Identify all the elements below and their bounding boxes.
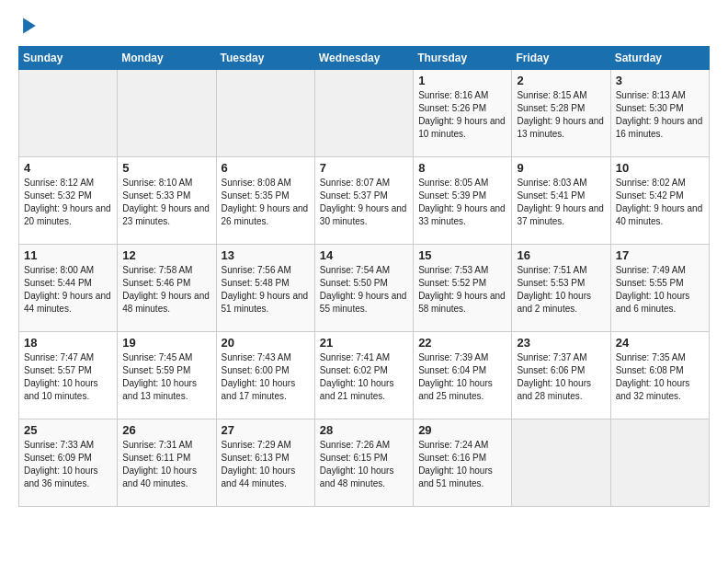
day-info: Sunrise: 7:47 AMSunset: 5:57 PMDaylight:… xyxy=(24,352,98,401)
calendar-day: 14 Sunrise: 7:54 AMSunset: 5:50 PMDaylig… xyxy=(314,245,413,332)
day-info: Sunrise: 8:12 AMSunset: 5:32 PMDaylight:… xyxy=(24,178,111,226)
day-number: 2 xyxy=(517,74,605,87)
day-number: 8 xyxy=(418,161,506,175)
svg-marker-0 xyxy=(23,17,36,33)
calendar-day: 18 Sunrise: 7:47 AMSunset: 5:57 PMDaylig… xyxy=(19,332,118,419)
calendar-day: 11 Sunrise: 8:00 AMSunset: 5:44 PMDaylig… xyxy=(19,245,118,332)
day-number: 20 xyxy=(222,336,310,350)
day-number: 7 xyxy=(320,161,408,175)
day-number: 21 xyxy=(320,336,408,350)
day-info: Sunrise: 7:35 AMSunset: 6:08 PMDaylight:… xyxy=(616,352,690,401)
day-number: 13 xyxy=(222,248,310,262)
day-info: Sunrise: 7:37 AMSunset: 6:06 PMDaylight:… xyxy=(517,352,591,401)
calendar-header: SundayMondayTuesdayWednesdayThursdayFrid… xyxy=(19,47,710,70)
day-info: Sunrise: 7:24 AMSunset: 6:16 PMDaylight:… xyxy=(418,440,493,488)
calendar-day xyxy=(216,70,314,157)
logo-icon xyxy=(18,15,40,37)
day-info: Sunrise: 7:29 AMSunset: 6:13 PMDaylight:… xyxy=(222,440,296,488)
calendar-day: 27 Sunrise: 7:29 AMSunset: 6:13 PMDaylig… xyxy=(216,419,314,507)
calendar-week-2: 4 Sunrise: 8:12 AMSunset: 5:32 PMDayligh… xyxy=(19,157,710,245)
day-info: Sunrise: 8:16 AMSunset: 5:26 PMDaylight:… xyxy=(418,90,506,139)
day-info: Sunrise: 7:45 AMSunset: 5:59 PMDaylight:… xyxy=(122,352,197,401)
day-number: 19 xyxy=(122,336,210,350)
day-info: Sunrise: 8:08 AMSunset: 5:35 PMDaylight:… xyxy=(222,178,309,226)
calendar-day: 19 Sunrise: 7:45 AMSunset: 5:59 PMDaylig… xyxy=(118,332,216,419)
day-info: Sunrise: 7:54 AMSunset: 5:50 PMDaylight:… xyxy=(320,265,407,314)
day-number: 4 xyxy=(24,161,112,175)
calendar-day: 25 Sunrise: 7:33 AMSunset: 6:09 PMDaylig… xyxy=(19,419,118,507)
calendar-day xyxy=(19,70,118,157)
header-day-wednesday: Wednesday xyxy=(314,47,413,70)
header-day-saturday: Saturday xyxy=(610,47,709,70)
calendar-day: 6 Sunrise: 8:08 AMSunset: 5:35 PMDayligh… xyxy=(216,157,314,245)
day-number: 25 xyxy=(24,423,112,437)
calendar-day: 28 Sunrise: 7:26 AMSunset: 6:15 PMDaylig… xyxy=(314,419,413,507)
day-number: 22 xyxy=(418,336,506,350)
day-number: 16 xyxy=(517,248,605,262)
calendar-day: 2 Sunrise: 8:15 AMSunset: 5:28 PMDayligh… xyxy=(512,70,610,157)
calendar-day: 26 Sunrise: 7:31 AMSunset: 6:11 PMDaylig… xyxy=(118,419,216,507)
calendar-week-5: 25 Sunrise: 7:33 AMSunset: 6:09 PMDaylig… xyxy=(19,419,710,507)
header-day-tuesday: Tuesday xyxy=(216,47,314,70)
calendar-day: 20 Sunrise: 7:43 AMSunset: 6:00 PMDaylig… xyxy=(216,332,314,419)
day-number: 14 xyxy=(320,248,408,262)
day-number: 24 xyxy=(616,336,704,350)
calendar-day xyxy=(610,419,709,507)
calendar-day xyxy=(314,70,413,157)
day-info: Sunrise: 7:53 AMSunset: 5:52 PMDaylight:… xyxy=(418,265,506,314)
calendar-day: 16 Sunrise: 7:51 AMSunset: 5:53 PMDaylig… xyxy=(512,245,610,332)
day-number: 10 xyxy=(616,161,704,175)
day-number: 26 xyxy=(122,423,210,437)
day-number: 27 xyxy=(222,423,310,437)
day-info: Sunrise: 8:02 AMSunset: 5:42 PMDaylight:… xyxy=(616,178,703,226)
calendar-day: 22 Sunrise: 7:39 AMSunset: 6:04 PMDaylig… xyxy=(414,332,512,419)
calendar-day: 17 Sunrise: 7:49 AMSunset: 5:55 PMDaylig… xyxy=(610,245,709,332)
day-info: Sunrise: 8:13 AMSunset: 5:30 PMDaylight:… xyxy=(616,90,703,139)
calendar-day: 5 Sunrise: 8:10 AMSunset: 5:33 PMDayligh… xyxy=(118,157,216,245)
calendar-body: 1 Sunrise: 8:16 AMSunset: 5:26 PMDayligh… xyxy=(19,70,710,507)
day-info: Sunrise: 7:26 AMSunset: 6:15 PMDaylight:… xyxy=(320,440,394,488)
day-number: 29 xyxy=(418,423,506,437)
calendar-day: 4 Sunrise: 8:12 AMSunset: 5:32 PMDayligh… xyxy=(19,157,118,245)
day-number: 5 xyxy=(122,161,210,175)
calendar-table: SundayMondayTuesdayWednesdayThursdayFrid… xyxy=(18,46,710,507)
day-number: 6 xyxy=(222,161,310,175)
header-day-monday: Monday xyxy=(118,47,216,70)
day-info: Sunrise: 7:33 AMSunset: 6:09 PMDaylight:… xyxy=(24,440,98,488)
day-number: 9 xyxy=(517,161,605,175)
calendar-day: 15 Sunrise: 7:53 AMSunset: 5:52 PMDaylig… xyxy=(414,245,512,332)
day-info: Sunrise: 8:10 AMSunset: 5:33 PMDaylight:… xyxy=(122,178,210,226)
calendar-week-3: 11 Sunrise: 8:00 AMSunset: 5:44 PMDaylig… xyxy=(19,245,710,332)
day-number: 15 xyxy=(418,248,506,262)
day-info: Sunrise: 8:05 AMSunset: 5:39 PMDaylight:… xyxy=(418,178,506,226)
calendar-day: 12 Sunrise: 7:58 AMSunset: 5:46 PMDaylig… xyxy=(118,245,216,332)
calendar-day: 21 Sunrise: 7:41 AMSunset: 6:02 PMDaylig… xyxy=(314,332,413,419)
day-info: Sunrise: 7:56 AMSunset: 5:48 PMDaylight:… xyxy=(222,265,309,314)
day-number: 3 xyxy=(616,74,704,87)
day-info: Sunrise: 7:49 AMSunset: 5:55 PMDaylight:… xyxy=(616,265,690,314)
calendar-week-4: 18 Sunrise: 7:47 AMSunset: 5:57 PMDaylig… xyxy=(19,332,710,419)
calendar-day: 1 Sunrise: 8:16 AMSunset: 5:26 PMDayligh… xyxy=(414,70,512,157)
day-info: Sunrise: 7:41 AMSunset: 6:02 PMDaylight:… xyxy=(320,352,394,401)
day-number: 17 xyxy=(616,248,704,262)
day-info: Sunrise: 7:31 AMSunset: 6:11 PMDaylight:… xyxy=(122,440,197,488)
day-info: Sunrise: 7:43 AMSunset: 6:00 PMDaylight:… xyxy=(222,352,296,401)
day-number: 1 xyxy=(418,74,506,87)
calendar-day: 9 Sunrise: 8:03 AMSunset: 5:41 PMDayligh… xyxy=(512,157,610,245)
day-info: Sunrise: 8:07 AMSunset: 5:37 PMDaylight:… xyxy=(320,178,407,226)
calendar-day xyxy=(118,70,216,157)
day-number: 11 xyxy=(24,248,112,262)
calendar-day: 3 Sunrise: 8:13 AMSunset: 5:30 PMDayligh… xyxy=(610,70,709,157)
day-info: Sunrise: 7:51 AMSunset: 5:53 PMDaylight:… xyxy=(517,265,591,314)
calendar-day xyxy=(512,419,610,507)
calendar-day: 29 Sunrise: 7:24 AMSunset: 6:16 PMDaylig… xyxy=(414,419,512,507)
calendar-day: 23 Sunrise: 7:37 AMSunset: 6:06 PMDaylig… xyxy=(512,332,610,419)
header-day-thursday: Thursday xyxy=(414,47,512,70)
calendar-day: 13 Sunrise: 7:56 AMSunset: 5:48 PMDaylig… xyxy=(216,245,314,332)
calendar-week-1: 1 Sunrise: 8:16 AMSunset: 5:26 PMDayligh… xyxy=(19,70,710,157)
day-number: 23 xyxy=(517,336,605,350)
day-info: Sunrise: 8:00 AMSunset: 5:44 PMDaylight:… xyxy=(24,265,111,314)
header-day-friday: Friday xyxy=(512,47,610,70)
day-info: Sunrise: 8:03 AMSunset: 5:41 PMDaylight:… xyxy=(517,178,604,226)
logo xyxy=(18,15,44,37)
